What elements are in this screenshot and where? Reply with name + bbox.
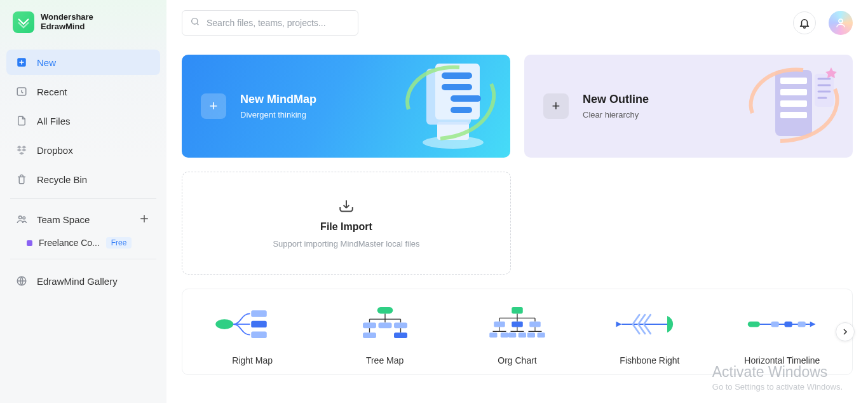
divider [10, 198, 156, 199]
import-subtitle: Support importing MindMaster local files [273, 239, 419, 249]
avatar[interactable] [829, 11, 853, 35]
template-preview [466, 302, 568, 346]
hero-row: + New MindMap Divergent thinking + [182, 55, 853, 158]
template-tree-map[interactable]: Tree Map [321, 302, 448, 365]
svg-rect-10 [435, 64, 480, 120]
svg-rect-24 [251, 331, 267, 338]
sidebar-item-label: EdrawMind Gallery [37, 276, 118, 287]
topbar [182, 10, 853, 36]
main: + New MindMap Divergent thinking + [166, 0, 868, 403]
svg-rect-38 [519, 332, 526, 338]
sidebar-item-recent[interactable]: Recent [6, 79, 160, 104]
clock-icon [15, 85, 28, 98]
import-title: File Import [320, 221, 372, 233]
sidebar: Wondershare EdrawMind New Recent All Fil… [0, 0, 166, 403]
brand: Wondershare EdrawMind [6, 0, 160, 47]
mindmap-illustration [396, 58, 504, 154]
svg-rect-19 [780, 112, 807, 118]
file-icon [15, 114, 28, 127]
new-mindmap-card[interactable]: + New MindMap Divergent thinking [182, 55, 510, 158]
template-label: Fishbone Right [620, 355, 679, 365]
template-label: Tree Map [366, 355, 403, 365]
svg-rect-30 [394, 332, 407, 338]
svg-point-21 [215, 319, 233, 329]
svg-point-3 [23, 217, 25, 219]
svg-rect-34 [529, 322, 541, 327]
template-preview [599, 302, 700, 346]
sidebar-item-label: Recycle Bin [37, 174, 87, 185]
template-section: Right Map Tree Map [182, 289, 853, 375]
svg-rect-45 [797, 322, 805, 327]
svg-rect-25 [377, 307, 393, 314]
svg-rect-26 [363, 322, 376, 328]
hero-title: New MindMap [240, 93, 316, 107]
svg-rect-22 [251, 310, 267, 317]
svg-rect-27 [378, 322, 391, 328]
template-label: Org Chart [498, 355, 536, 365]
search-box[interactable] [182, 10, 358, 36]
svg-rect-39 [527, 332, 535, 338]
svg-rect-18 [780, 100, 807, 107]
gallery-icon [15, 275, 28, 287]
svg-rect-36 [501, 332, 508, 338]
sidebar-nav: New Recent All Files Dropbox Recycle Bin [6, 47, 160, 192]
svg-rect-40 [538, 332, 545, 338]
template-preview [731, 302, 833, 346]
plus-icon: + [201, 93, 226, 119]
sidebar-item-gallery[interactable]: EdrawMind Gallery [6, 268, 160, 294]
svg-rect-35 [489, 332, 497, 338]
sidebar-item-label: Recent [37, 86, 67, 97]
svg-rect-43 [771, 322, 778, 327]
template-org-chart[interactable]: Org Chart [454, 302, 581, 365]
svg-rect-11 [442, 72, 472, 79]
teamspace-label: Team Space [37, 214, 90, 225]
team-color-dot [27, 240, 32, 246]
sidebar-item-dropbox[interactable]: Dropbox [6, 137, 160, 163]
svg-rect-20 [815, 74, 834, 107]
team-badge: Free [106, 237, 132, 249]
sidebar-item-allfiles[interactable]: All Files [6, 108, 160, 133]
import-icon [338, 198, 355, 215]
template-right-map[interactable]: Right Map [189, 302, 316, 365]
brand-text: Wondershare EdrawMind [41, 13, 93, 32]
sidebar-item-label: New [37, 57, 56, 68]
template-horizontal-timeline[interactable]: Horizontal Timeline [719, 302, 846, 365]
file-import-card[interactable]: File Import Support importing MindMaster… [182, 172, 511, 275]
search-input[interactable] [207, 18, 350, 28]
svg-marker-41 [616, 322, 622, 327]
svg-rect-28 [394, 322, 407, 328]
svg-rect-33 [512, 322, 523, 327]
team-item[interactable]: Freelance Co... Free [6, 233, 160, 252]
template-fishbone-right[interactable]: Fishbone Right [586, 302, 713, 365]
team-item-label: Freelance Co... [39, 238, 100, 248]
hero-subtitle: Divergent thinking [240, 110, 316, 120]
hero-subtitle: Clear hierarchy [583, 110, 649, 120]
svg-rect-31 [512, 307, 523, 314]
divider [10, 259, 156, 259]
template-preview [201, 302, 303, 346]
new-outline-card[interactable]: + New Outline Clear hierarchy [524, 55, 853, 158]
plus-square-icon [15, 56, 28, 69]
svg-rect-44 [784, 322, 792, 327]
sidebar-item-label: All Files [37, 116, 71, 126]
plus-icon: + [543, 93, 569, 119]
svg-rect-16 [780, 78, 807, 84]
svg-rect-12 [442, 84, 472, 90]
svg-rect-8 [437, 122, 469, 140]
templates-next-button[interactable] [836, 322, 855, 341]
sidebar-item-new[interactable]: New [6, 50, 160, 75]
team-icon [15, 213, 28, 226]
svg-rect-15 [775, 70, 812, 136]
svg-rect-29 [363, 332, 376, 338]
svg-point-2 [19, 216, 22, 219]
notifications-button[interactable] [793, 11, 816, 34]
add-team-button[interactable] [139, 213, 151, 226]
sidebar-item-label: Dropbox [37, 145, 73, 156]
svg-rect-9 [426, 69, 471, 125]
svg-rect-17 [780, 89, 807, 95]
dropbox-icon [15, 144, 28, 156]
sidebar-item-recycle[interactable]: Recycle Bin [6, 167, 160, 192]
svg-rect-32 [494, 322, 505, 327]
teamspace-header: Team Space [6, 208, 160, 233]
svg-rect-23 [251, 321, 267, 328]
